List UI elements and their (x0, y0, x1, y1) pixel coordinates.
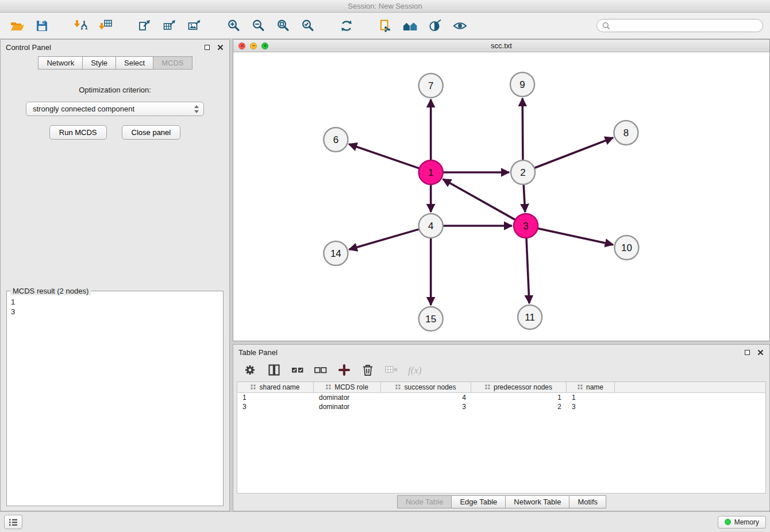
clone-network-button[interactable] (375, 16, 396, 36)
tab-mcds[interactable]: MCDS (153, 56, 192, 70)
show-columns-button[interactable] (267, 363, 282, 379)
export-image-button[interactable] (184, 16, 205, 36)
zoom-out-button[interactable] (248, 16, 268, 36)
table-row[interactable]: 1dominator411 (237, 393, 765, 402)
table-cell[interactable]: 1 (237, 393, 314, 402)
column-header-mcds-role[interactable]: MCDS role (314, 382, 381, 392)
table-cell[interactable]: 3 (567, 402, 615, 411)
graph-edge-2-3[interactable] (523, 184, 525, 212)
tab-select[interactable]: Select (116, 56, 153, 70)
tab-network[interactable]: Network (38, 56, 83, 70)
minimize-window-icon[interactable] (250, 43, 257, 49)
close-window-icon[interactable] (238, 43, 245, 49)
table-tab-edge-table[interactable]: Edge Table (451, 495, 506, 508)
close-panel-action-button[interactable]: Close panel (122, 125, 181, 140)
apply-style-button[interactable] (425, 16, 445, 36)
control-panel-tabs: NetworkStyleSelectMCDS (1, 55, 229, 72)
graph-edge-3-1[interactable] (443, 179, 515, 220)
column-header-successor-nodes[interactable]: successor nodes (381, 382, 471, 392)
zoom-in-button[interactable] (223, 16, 244, 36)
memory-button[interactable]: Memory (718, 516, 766, 529)
zoom-window-icon[interactable] (261, 43, 268, 49)
delete-column-button[interactable] (361, 363, 375, 379)
graph-edge-4-14[interactable] (349, 229, 419, 249)
mcds-result-box: MCDS result (2 nodes) 13 (6, 287, 224, 506)
export-network-button[interactable] (134, 16, 155, 36)
create-column-button[interactable] (337, 363, 352, 379)
homes-icon (402, 19, 418, 33)
column-header-name[interactable]: name (567, 382, 615, 392)
table-tab-network-table[interactable]: Network Table (505, 495, 569, 508)
search-input[interactable] (614, 21, 758, 30)
gear-icon (242, 363, 257, 377)
mcds-result-list[interactable]: 13 (7, 295, 223, 318)
list-menu-icon (9, 518, 18, 526)
window-controls (238, 43, 268, 49)
zoom-selected-button[interactable] (297, 16, 318, 36)
graph-edge-1-6[interactable] (349, 144, 419, 168)
table-row[interactable]: 3dominator323 (237, 402, 765, 411)
graph-node-label: 15 (425, 314, 436, 325)
mcds-result-item[interactable]: 1 (11, 297, 219, 307)
table-cell[interactable]: 2 (471, 402, 567, 411)
table-cell[interactable]: 4 (381, 393, 471, 402)
columns-icon (267, 363, 282, 377)
checked-boxes-icon (291, 363, 305, 377)
table-tab-node-table[interactable]: Node Table (397, 495, 452, 508)
table-cell[interactable]: 3 (237, 402, 314, 411)
delete-table-button[interactable] (384, 363, 399, 379)
column-header-predecessor-nodes[interactable]: predecessor nodes (471, 382, 567, 392)
table-cell[interactable]: dominator (314, 393, 381, 402)
column-type-icon (326, 384, 332, 390)
select-spinner-icon (194, 105, 199, 114)
node-table-body: 1dominator4113dominator323 (237, 393, 765, 411)
unselect-all-button[interactable] (314, 363, 328, 379)
float-panel-button[interactable] (203, 43, 211, 51)
show-hide-graphics-button[interactable] (449, 16, 470, 36)
float-icon (205, 45, 210, 50)
panel-menu-button[interactable] (4, 515, 22, 529)
select-all-button[interactable] (291, 363, 305, 379)
graph-node-label: 11 (525, 312, 535, 323)
style-half-circle-icon (428, 18, 442, 33)
graph-edge-3-11[interactable] (526, 238, 529, 303)
table-cell[interactable]: dominator (314, 402, 381, 411)
zoom-fit-button[interactable] (272, 16, 293, 36)
graph-canvas[interactable]: 7968124314101511 (233, 52, 769, 341)
open-file-button[interactable] (7, 16, 28, 36)
export-image-icon (187, 18, 202, 33)
network-overview-button[interactable] (400, 16, 421, 36)
function-builder-button[interactable]: f(x) (408, 365, 422, 376)
toolbar-search[interactable] (596, 19, 763, 32)
node-table-header: shared nameMCDS rolesuccessor nodesprede… (237, 382, 765, 393)
window-titlebar: Session: New Session (0, 0, 770, 13)
table-tab-motifs[interactable]: Motifs (569, 495, 606, 508)
float-table-panel-button[interactable] (743, 348, 751, 356)
table-cell[interactable]: 1 (471, 393, 567, 402)
export-table-button[interactable] (159, 16, 180, 36)
table-panel-title: Table Panel (238, 348, 738, 357)
unchecked-boxes-icon (314, 363, 328, 377)
refresh-layout-button[interactable] (336, 16, 357, 36)
import-network-button[interactable] (71, 16, 91, 36)
table-settings-button[interactable] (242, 363, 257, 379)
close-table-panel-button[interactable] (756, 348, 764, 356)
criterion-select[interactable]: strongly connected component (26, 102, 204, 116)
column-header-shared-name[interactable]: shared name (237, 382, 314, 392)
graph-edge-3-10[interactable] (538, 228, 613, 244)
delete-table-icon (384, 363, 399, 377)
column-type-icon (578, 384, 583, 390)
run-mcds-button[interactable]: Run MCDS (49, 125, 107, 140)
tab-style[interactable]: Style (82, 56, 116, 70)
zoom-in-icon (226, 18, 241, 33)
graph-edge-2-8[interactable] (534, 138, 613, 168)
open-folder-icon (10, 19, 25, 33)
import-table-button[interactable] (95, 16, 116, 36)
graph-edge-2-9[interactable] (522, 98, 523, 160)
mcds-result-item[interactable]: 3 (11, 307, 219, 317)
table-cell[interactable]: 1 (567, 393, 615, 402)
close-panel-button[interactable] (216, 43, 224, 51)
column-type-icon (251, 384, 256, 390)
table-cell[interactable]: 3 (381, 402, 471, 411)
save-session-button[interactable] (32, 16, 52, 36)
